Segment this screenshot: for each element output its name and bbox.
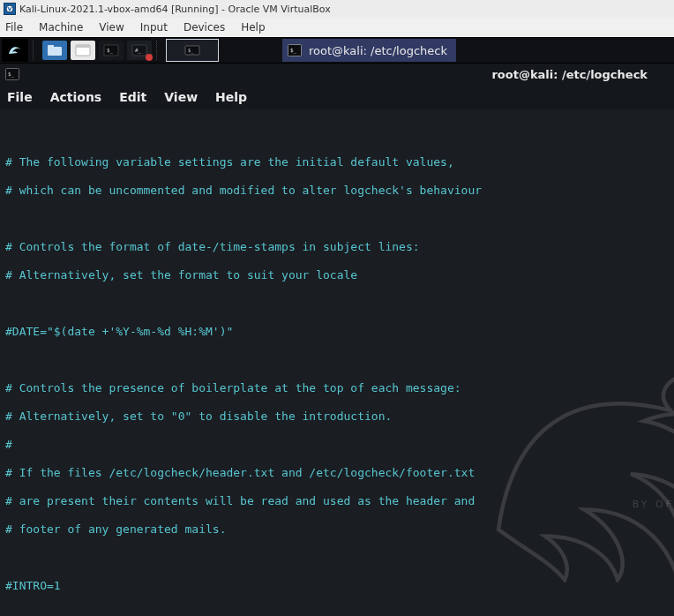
code-line: #DATE="$(date +'%Y-%m-%d %H:%M')" <box>5 325 233 338</box>
vb-menu-input[interactable]: Input <box>140 21 168 34</box>
vb-menu-file[interactable]: File <box>5 21 23 34</box>
term-menu-view[interactable]: View <box>164 90 198 104</box>
term-menu-edit[interactable]: Edit <box>119 90 146 104</box>
svg-text:$_: $_ <box>8 71 15 78</box>
svg-rect-4 <box>76 45 90 48</box>
terminal-titlebar: $_ root@kali: /etc/logcheck <box>0 64 674 85</box>
code-line: # Controls the presence of boilerplate a… <box>5 381 461 394</box>
term-menu-actions[interactable]: Actions <box>50 90 102 104</box>
term-menu-file[interactable]: File <box>7 90 33 104</box>
taskbar-window-label[interactable]: $_ root@kali: /etc/logcheck <box>282 39 456 62</box>
vb-menu-help[interactable]: Help <box>241 21 265 34</box>
code-line: #INTRO=1 <box>5 579 61 592</box>
window-title: Kali-Linux-2021.1-vbox-amd64 [Running] -… <box>19 4 331 15</box>
root-badge-icon <box>146 54 153 61</box>
code-line: # are present their contents will be rea… <box>5 494 475 507</box>
panel-app-files[interactable] <box>42 41 67 60</box>
term-menu-help[interactable]: Help <box>215 90 247 104</box>
terminal-body[interactable]: BY OF # The following variable settings … <box>0 109 674 616</box>
terminal-icon: $_ <box>288 44 302 56</box>
kali-menu-icon[interactable] <box>2 39 28 62</box>
panel-app-terminal-root[interactable]: #_ <box>127 41 152 60</box>
vb-menu-view[interactable]: View <box>99 21 124 34</box>
kali-dragon-watermark <box>445 304 674 568</box>
vb-menu-machine[interactable]: Machine <box>39 21 83 34</box>
watermark-text: BY OF <box>633 498 674 512</box>
panel-separator <box>33 41 38 60</box>
terminal-menubar: File Actions Edit View Help <box>0 85 674 109</box>
terminal-icon: $_ <box>5 68 19 80</box>
panel-app-terminal-1[interactable]: $_ <box>99 41 124 60</box>
code-line: # footer of any generated mails. <box>5 522 226 536</box>
panel-app-browser[interactable] <box>71 41 95 60</box>
svg-rect-1 <box>48 47 62 56</box>
code-line: # which can be uncommented and modified … <box>5 184 482 197</box>
svg-rect-2 <box>48 45 54 48</box>
kali-taskbar: $_ #_ $_ $_ root@kali: /etc/logcheck <box>0 37 674 64</box>
code-line: # Controls the format of date-/time-stam… <box>5 240 420 253</box>
code-line: # The following variable settings are th… <box>5 155 454 169</box>
terminal-title: root@kali: /etc/logcheck <box>491 68 648 81</box>
taskbar-window-title: root@kali: /etc/logcheck <box>309 44 447 57</box>
svg-text:$_: $_ <box>188 48 194 54</box>
panel-separator <box>156 41 161 60</box>
window-titlebar: Kali-Linux-2021.1-vbox-amd64 [Running] -… <box>0 0 674 18</box>
virtualbox-menubar: File Machine View Input Devices Help <box>0 18 674 37</box>
code-line: # Alternatively, set the format to suit … <box>5 268 357 282</box>
code-line: # If the files /etc/logcheck/header.txt … <box>5 466 475 479</box>
virtualbox-icon <box>4 3 16 15</box>
taskbar-window-active[interactable]: $_ <box>166 39 219 62</box>
code-line: # Alternatively, set to "0" to disable t… <box>5 409 392 423</box>
vb-menu-devices[interactable]: Devices <box>183 21 225 34</box>
svg-text:$_: $_ <box>107 47 114 54</box>
svg-text:$_: $_ <box>290 47 297 54</box>
svg-text:#_: #_ <box>135 47 142 54</box>
code-line: # <box>5 438 12 451</box>
